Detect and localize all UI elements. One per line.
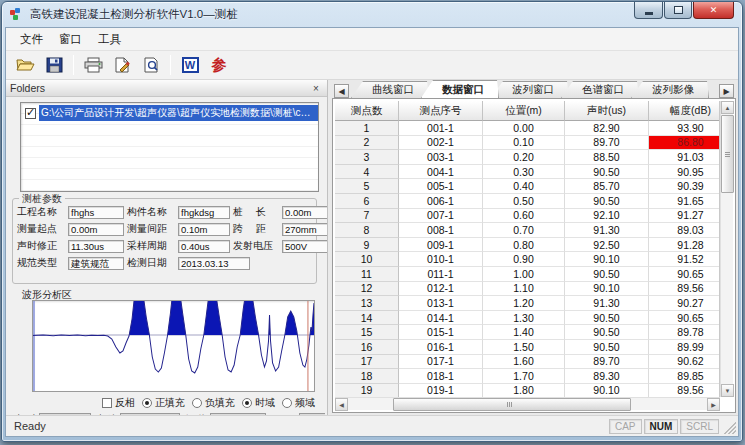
open-folder-icon (16, 57, 35, 73)
parameters-button[interactable]: 参 (206, 53, 232, 77)
menu-item-1[interactable]: 窗口 (51, 29, 90, 50)
table-cell: 12 (335, 282, 399, 297)
folder-list[interactable]: G:\公司产品设计开发\超声仪器\超声仪实地检测数据\测桩\cd\cd03\cd… (20, 102, 319, 192)
table-cell: 3 (335, 150, 399, 165)
vertical-scroll-thumb[interactable] (721, 115, 734, 193)
param-row: 规范类型建筑规范检测日期2013.03.13 (17, 256, 314, 270)
table-header-cell[interactable]: 测点序号 (399, 101, 483, 121)
table-cell: 016-1 (399, 340, 483, 355)
param-label: 测量间距 (127, 222, 175, 236)
tab-scroll-right-icon[interactable]: ▶ (719, 84, 734, 98)
freq-domain-radio[interactable]: 频域 (282, 396, 315, 409)
folder-list-item[interactable]: G:\公司产品设计开发\超声仪器\超声仪实地检测数据\测桩\cd\cd03\cd… (21, 106, 318, 120)
scroll-up-icon[interactable]: ▲ (721, 101, 734, 114)
table-row[interactable]: 1001-10.0082.9093.903256.940.00 (335, 121, 719, 136)
horizontal-scroll-thumb[interactable] (393, 398, 632, 411)
horizontal-scrollbar[interactable]: ◀ ▶ (335, 397, 720, 410)
table-cell: 93.90 (649, 121, 720, 136)
table-row[interactable]: 14014-11.3090.5090.652983.436.40 (335, 311, 719, 326)
resize-grip[interactable] (722, 419, 736, 434)
table-cell: 82.90 (565, 121, 649, 136)
export-word-button[interactable]: W (177, 53, 203, 77)
scroll-right-icon[interactable]: ▶ (707, 398, 720, 411)
table-cell: 007-1 (399, 209, 483, 224)
save-button[interactable] (41, 53, 67, 77)
table-row[interactable]: 6006-10.5090.5091.652983.43230.4 (335, 194, 719, 209)
param-label: 采样周期 (127, 239, 175, 253)
table-cell: 1.50 (483, 340, 565, 355)
table-row[interactable]: 19019-11.8090.1089.562996.676.40 (335, 384, 719, 397)
tab-1[interactable]: 数据窗口 (421, 80, 499, 98)
invert-checkbox[interactable]: 反相 (102, 396, 135, 409)
tab-4[interactable]: 波列影像 (631, 81, 709, 98)
param-value: 0.40us (178, 240, 230, 253)
table-row[interactable]: 15015-11.4090.5089.782983.430.00 (335, 325, 719, 340)
table-row[interactable]: 17017-11.6089.7090.623010.036.40 (335, 355, 719, 370)
table-row[interactable]: 7007-10.6092.1091.272931.6025.6 (335, 209, 719, 224)
folders-panel-header[interactable]: Folders × (6, 80, 327, 97)
table-row[interactable]: 13013-11.2091.3090.272957.2814.4 (335, 296, 719, 311)
table-row[interactable]: 4004-10.3090.5090.952983.4340.0 (335, 165, 719, 180)
table-header-cell[interactable]: 位置(m) (483, 101, 565, 121)
open-file-button[interactable] (12, 53, 38, 77)
table-cell: 89.99 (649, 340, 720, 355)
table-body: 1001-10.0082.9093.903256.940.002002-10.1… (335, 121, 719, 397)
table-cell: 5 (335, 179, 399, 194)
table-cell: 011-1 (399, 267, 483, 282)
print-button[interactable] (80, 53, 106, 77)
table-cell: 018-1 (399, 369, 483, 384)
menu-item-2[interactable]: 工具 (90, 29, 129, 50)
status-bar: Ready CAPNUMSCRL (6, 415, 738, 436)
tab-0[interactable]: 曲线窗口 (351, 81, 429, 98)
table-row[interactable]: 9009-10.8092.5091.282918.9214.4 (335, 238, 719, 253)
table-row[interactable]: 5005-10.4085.7090.393150.53230.4 (335, 179, 719, 194)
tab-scroll-left-icon[interactable]: ◀ (334, 84, 349, 98)
table-cell: 90.10 (565, 252, 649, 267)
close-button[interactable]: ✕ (693, 2, 734, 19)
close-icon: ✕ (710, 5, 718, 15)
table-row[interactable]: 2002-10.1089.7086.803010.03462.4 (335, 136, 719, 151)
table-header-cell[interactable]: 声时(us) (565, 101, 649, 121)
menu-item-0[interactable]: 文件 (12, 29, 51, 50)
tab-2[interactable]: 波列窗口 (491, 81, 569, 98)
vertical-scrollbar[interactable]: ▲ ▼ (720, 101, 733, 397)
folder-checkbox[interactable] (25, 108, 36, 119)
folders-close-icon[interactable]: × (309, 82, 323, 95)
title-bar[interactable]: 高铁建设混凝土检测分析软件V1.0—测桩 (2, 2, 742, 27)
table-cell: 013-1 (399, 296, 483, 311)
table-row[interactable]: 16016-11.5090.5089.992983.430.00 (335, 340, 719, 355)
table-cell: 10 (335, 252, 399, 267)
param-label: 规范类型 (17, 256, 65, 270)
table-row[interactable]: 18018-11.7089.3089.853023.521.60 (335, 369, 719, 384)
table-cell: 90.65 (649, 267, 720, 282)
time-domain-radio[interactable]: 时域 (242, 396, 275, 409)
radio-icon (282, 398, 292, 408)
table-cell: 90.10 (565, 384, 649, 397)
waveform-plot[interactable] (32, 300, 315, 392)
fill-positive-radio[interactable]: 正填充 (142, 396, 185, 409)
table-cell: 009-1 (399, 238, 483, 253)
table-row[interactable]: 12012-11.1090.1089.562996.671.60 (335, 282, 719, 297)
table-row[interactable]: 11011-11.0090.5090.652983.431.60 (335, 267, 719, 282)
table-cell: 89.70 (565, 355, 649, 370)
table-cell: 0.10 (483, 136, 565, 151)
table-row[interactable]: 10010-10.9090.1091.522996.6757.6 (335, 252, 719, 267)
table-row[interactable]: 8008-10.7091.3089.032957.286.40 (335, 223, 719, 238)
table-cell: 1.80 (483, 384, 565, 397)
workspace: Folders × G:\公司产品设计开发\超声仪器\超声仪实地检测数据\测桩\… (6, 80, 738, 415)
minimize-button[interactable] (634, 2, 663, 19)
table-cell: 0.80 (483, 238, 565, 253)
table-cell: 91.52 (649, 252, 720, 267)
print-preview-button[interactable] (138, 53, 164, 77)
tab-3[interactable]: 色谱窗口 (561, 81, 639, 98)
fill-negative-radio[interactable]: 负填充 (192, 396, 235, 409)
scroll-left-icon[interactable]: ◀ (335, 398, 348, 411)
maximize-button[interactable] (664, 2, 692, 19)
table-header-cell[interactable]: 幅度(dB) (649, 101, 720, 121)
table-row[interactable]: 3003-10.2088.5091.033050.8514.4 (335, 150, 719, 165)
table-cell: 91.27 (649, 209, 720, 224)
param-value: 0.10m (178, 223, 230, 236)
table-header-cell[interactable]: 测点数 (335, 101, 399, 121)
scroll-down-icon[interactable]: ▼ (721, 384, 734, 397)
print-setup-button[interactable] (109, 53, 135, 77)
